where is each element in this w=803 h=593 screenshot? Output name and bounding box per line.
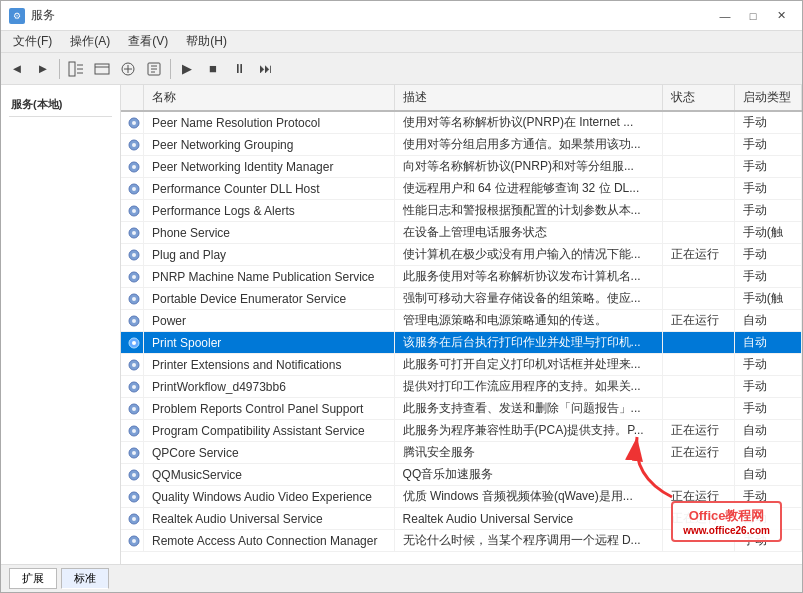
main-window: ⚙ 服务 — □ ✕ 文件(F) 操作(A) 查看(V) 帮助(H) ◄ ► — [0, 0, 803, 593]
svg-point-26 — [132, 253, 136, 257]
svg-point-34 — [132, 341, 136, 345]
table-row[interactable]: Performance Logs & Alerts性能日志和警报根据预配置的计划… — [121, 200, 802, 222]
svg-rect-4 — [95, 64, 109, 74]
menu-file[interactable]: 文件(F) — [5, 31, 60, 52]
service-name: Program Compatibility Assistant Service — [144, 420, 395, 442]
service-status — [662, 376, 734, 398]
svg-point-18 — [132, 165, 136, 169]
service-icon-cell — [121, 310, 144, 332]
col-name-header[interactable]: 名称 — [144, 85, 395, 111]
service-startup: 手动 — [734, 156, 801, 178]
button2[interactable] — [90, 57, 114, 81]
svg-point-22 — [132, 209, 136, 213]
pause-service-button[interactable]: ⏸ — [227, 57, 251, 81]
tab-standard[interactable]: 标准 — [61, 568, 109, 589]
status-bar: 扩展 标准 — [1, 564, 802, 592]
show-hide-tree-button[interactable] — [64, 57, 88, 81]
service-name: Peer Networking Grouping — [144, 134, 395, 156]
svg-point-44 — [132, 451, 136, 455]
service-desc: 性能日志和警报根据预配置的计划参数从本... — [394, 200, 662, 222]
service-status — [662, 354, 734, 376]
table-row[interactable]: QQMusicServiceQQ音乐加速服务自动 — [121, 464, 802, 486]
service-table[interactable]: 名称 描述 状态 启动类型 Peer Name Resolution Proto… — [121, 85, 802, 564]
menu-bar: 文件(F) 操作(A) 查看(V) 帮助(H) — [1, 31, 802, 53]
service-name: PrintWorkflow_d4973bb6 — [144, 376, 395, 398]
service-startup: 自动 — [734, 332, 801, 354]
service-desc: 强制可移动大容量存储设备的组策略。使应... — [394, 288, 662, 310]
service-name: Remote Access Auto Connection Manager — [144, 530, 395, 552]
restart-service-button[interactable]: ⏭ — [253, 57, 277, 81]
menu-help[interactable]: 帮助(H) — [178, 31, 235, 52]
col-icon-header[interactable] — [121, 85, 144, 111]
menu-view[interactable]: 查看(V) — [120, 31, 176, 52]
service-icon-cell — [121, 111, 144, 134]
col-desc-header[interactable]: 描述 — [394, 85, 662, 111]
close-button[interactable]: ✕ — [768, 6, 794, 26]
service-icon-cell — [121, 266, 144, 288]
table-row[interactable]: Program Compatibility Assistant Service此… — [121, 420, 802, 442]
table-row[interactable]: Problem Reports Control Panel Support此服务… — [121, 398, 802, 420]
table-row[interactable]: Print Spooler该服务在后台执行打印作业并处理与打印机...自动 — [121, 332, 802, 354]
service-icon-cell — [121, 200, 144, 222]
service-desc: 此服务可打开自定义打印机对话框并处理来... — [394, 354, 662, 376]
table-row[interactable]: Plug and Play使计算机在极少或没有用户输入的情况下能...正在运行手… — [121, 244, 802, 266]
stop-service-button[interactable]: ■ — [201, 57, 225, 81]
window-title: 服务 — [31, 7, 55, 24]
back-button[interactable]: ◄ — [5, 57, 29, 81]
svg-point-28 — [132, 275, 136, 279]
table-row[interactable]: PrintWorkflow_d4973bb6提供对打印工作流应用程序的支持。如果… — [121, 376, 802, 398]
service-status — [662, 178, 734, 200]
properties-button[interactable] — [142, 57, 166, 81]
service-name: Peer Name Resolution Protocol — [144, 111, 395, 134]
menu-action[interactable]: 操作(A) — [62, 31, 118, 52]
forward-button[interactable]: ► — [31, 57, 55, 81]
table-row[interactable]: Performance Counter DLL Host使远程用户和 64 位进… — [121, 178, 802, 200]
service-startup: 手动 — [734, 200, 801, 222]
table-row[interactable]: Peer Name Resolution Protocol使用对等名称解析协议(… — [121, 111, 802, 134]
service-status: 正在运行 — [662, 244, 734, 266]
service-status: 正在运行 — [662, 310, 734, 332]
table-row[interactable]: Peer Networking Identity Manager向对等名称解析协… — [121, 156, 802, 178]
service-status — [662, 288, 734, 310]
maximize-button[interactable]: □ — [740, 6, 766, 26]
svg-point-40 — [132, 407, 136, 411]
service-icon-cell — [121, 530, 144, 552]
col-status-header[interactable]: 状态 — [662, 85, 734, 111]
annotation-url: www.office26.com — [683, 525, 770, 536]
service-startup: 自动 — [734, 420, 801, 442]
svg-point-50 — [132, 517, 136, 521]
minimize-button[interactable]: — — [712, 6, 738, 26]
table-row[interactable]: Printer Extensions and Notifications此服务可… — [121, 354, 802, 376]
service-startup: 自动 — [734, 310, 801, 332]
start-service-button[interactable]: ▶ — [175, 57, 199, 81]
table-row[interactable]: Power管理电源策略和电源策略通知的传送。正在运行自动 — [121, 310, 802, 332]
service-icon-cell — [121, 244, 144, 266]
service-status — [662, 222, 734, 244]
table-row[interactable]: Phone Service在设备上管理电话服务状态手动(触 — [121, 222, 802, 244]
table-row[interactable]: Portable Device Enumerator Service强制可移动大… — [121, 288, 802, 310]
service-desc: 在设备上管理电话服务状态 — [394, 222, 662, 244]
table-row[interactable]: Peer Networking Grouping使用对等分组启用多方通信。如果禁… — [121, 134, 802, 156]
service-name: Power — [144, 310, 395, 332]
service-icon-cell — [121, 156, 144, 178]
service-startup: 手动 — [734, 134, 801, 156]
service-name: QPCore Service — [144, 442, 395, 464]
svg-point-32 — [132, 319, 136, 323]
button3[interactable] — [116, 57, 140, 81]
svg-point-46 — [132, 473, 136, 477]
svg-point-24 — [132, 231, 136, 235]
service-name: Problem Reports Control Panel Support — [144, 398, 395, 420]
left-panel: 服务(本地) — [1, 85, 121, 564]
service-icon-cell — [121, 332, 144, 354]
service-icon-cell — [121, 354, 144, 376]
table-row[interactable]: QPCore Service腾讯安全服务正在运行自动 — [121, 442, 802, 464]
annotation-site: Office教程网 — [683, 507, 770, 525]
tab-extended[interactable]: 扩展 — [9, 568, 57, 589]
table-row[interactable]: PNRP Machine Name Publication Service此服务… — [121, 266, 802, 288]
service-desc: 此服务支持查看、发送和删除「问题报告」... — [394, 398, 662, 420]
service-startup: 手动 — [734, 266, 801, 288]
toolbar-separator-1 — [59, 59, 60, 79]
left-panel-title: 服务(本地) — [9, 93, 112, 117]
svg-point-14 — [132, 121, 136, 125]
col-startup-header[interactable]: 启动类型 — [734, 85, 801, 111]
